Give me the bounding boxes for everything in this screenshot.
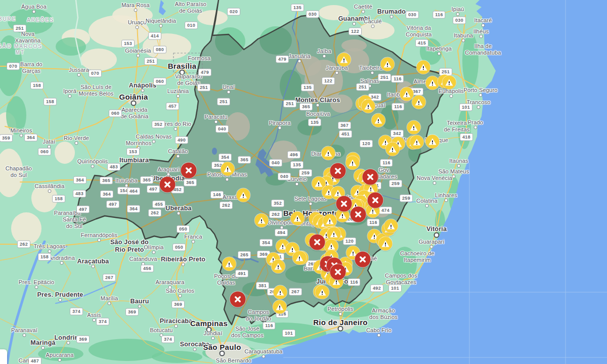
warning-marker[interactable] <box>407 121 421 134</box>
zoom-in-button[interactable]: + <box>0 349 7 364</box>
warning-marker[interactable] <box>362 100 375 113</box>
warning-triangle-icon <box>369 207 377 215</box>
warning-triangle-icon <box>428 138 437 146</box>
alert-markers-layer <box>0 0 607 364</box>
x-circle-icon <box>367 173 374 181</box>
x-circle-icon <box>355 211 362 218</box>
warning-marker[interactable] <box>221 162 235 176</box>
warning-marker[interactable] <box>426 135 440 149</box>
warning-marker[interactable] <box>322 147 335 160</box>
warning-triangle-icon <box>374 117 383 124</box>
closed-marker[interactable] <box>336 196 352 212</box>
warning-marker[interactable] <box>273 300 287 314</box>
warning-triangle-icon <box>338 212 347 219</box>
warning-marker[interactable] <box>272 260 285 274</box>
x-circle-icon <box>234 296 242 303</box>
warning-marker[interactable] <box>223 257 236 271</box>
warning-marker[interactable] <box>323 214 337 228</box>
warning-marker[interactable] <box>381 58 395 71</box>
closed-marker[interactable] <box>368 193 383 208</box>
warning-marker[interactable] <box>384 219 398 233</box>
warning-triangle-icon <box>315 180 323 188</box>
x-circle-icon <box>372 197 379 204</box>
warning-marker[interactable] <box>410 135 424 149</box>
warning-triangle-icon <box>330 231 338 238</box>
warning-triangle-icon <box>413 139 421 146</box>
warning-marker[interactable] <box>293 251 307 265</box>
warning-marker[interactable] <box>412 96 426 109</box>
warning-marker[interactable] <box>274 286 287 299</box>
warning-marker[interactable] <box>417 61 430 74</box>
warning-triangle-icon <box>327 243 336 250</box>
warning-marker[interactable] <box>379 237 393 251</box>
x-circle-icon <box>164 181 171 189</box>
warning-marker[interactable] <box>400 87 414 101</box>
warning-marker[interactable] <box>443 76 456 89</box>
x-circle-icon <box>314 239 321 246</box>
x-circle-icon <box>185 167 193 174</box>
warning-marker[interactable] <box>237 189 250 202</box>
x-circle-icon <box>359 256 367 263</box>
closed-marker[interactable] <box>181 163 197 178</box>
warning-triangle-icon <box>349 159 357 167</box>
warning-triangle-icon <box>239 192 248 199</box>
warning-marker[interactable] <box>337 53 351 67</box>
warning-marker[interactable] <box>426 76 440 90</box>
warning-triangle-icon <box>364 103 373 110</box>
warning-triangle-icon <box>334 190 342 197</box>
warning-triangle-icon <box>276 289 285 296</box>
warning-triangle-icon <box>403 90 411 98</box>
warning-triangle-icon <box>276 303 284 311</box>
warning-triangle-icon <box>324 150 333 157</box>
warning-triangle-icon <box>428 79 437 87</box>
x-circle-icon <box>334 167 342 175</box>
warning-triangle-icon <box>381 240 390 248</box>
warning-marker[interactable] <box>372 114 385 127</box>
warning-marker[interactable] <box>291 212 305 225</box>
warning-triangle-icon <box>274 263 283 270</box>
warning-marker[interactable] <box>386 143 400 156</box>
warning-triangle-icon <box>388 146 397 153</box>
map-canvas[interactable]: UBUREAREÕESSÃO MARCOS MTÁgua BoaNova Xav… <box>0 0 607 364</box>
closed-marker[interactable] <box>330 264 346 280</box>
warning-triangle-icon <box>383 61 392 68</box>
closed-marker[interactable] <box>351 207 366 222</box>
warning-triangle-icon <box>419 64 428 71</box>
warning-triangle-icon <box>326 217 334 225</box>
closed-marker[interactable] <box>330 163 346 179</box>
closed-marker[interactable] <box>363 169 378 185</box>
warning-triangle-icon <box>445 79 454 86</box>
warning-triangle-icon <box>415 99 423 106</box>
warning-triangle-icon <box>225 260 234 268</box>
warning-triangle-icon <box>410 124 418 131</box>
closed-marker[interactable] <box>355 252 371 267</box>
warning-triangle-icon <box>293 215 302 222</box>
x-circle-icon <box>334 268 342 276</box>
warning-triangle-icon <box>257 217 266 224</box>
warning-triangle-icon <box>387 222 396 230</box>
warning-marker[interactable] <box>255 214 269 228</box>
closed-marker[interactable] <box>310 235 325 250</box>
warning-marker[interactable] <box>346 156 360 170</box>
warning-marker[interactable] <box>316 286 329 299</box>
closed-marker[interactable] <box>160 177 176 193</box>
warning-marker[interactable] <box>327 228 341 241</box>
warning-triangle-icon <box>340 56 349 64</box>
warning-triangle-icon <box>295 254 304 262</box>
x-circle-icon <box>340 200 348 208</box>
warning-triangle-icon <box>224 165 232 173</box>
warning-triangle-icon <box>318 289 327 296</box>
closed-marker[interactable] <box>230 292 246 307</box>
